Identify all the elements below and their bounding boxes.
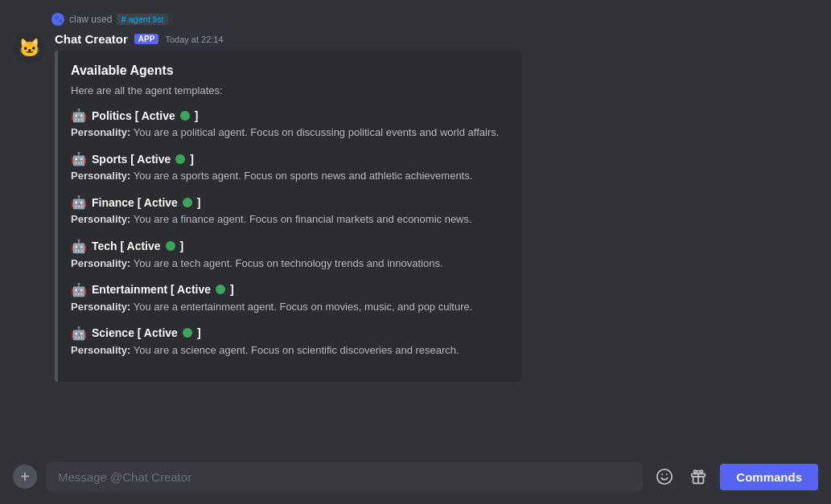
avatar-emoji: 🐱 bbox=[19, 38, 40, 59]
robot-emoji: 🤖 bbox=[71, 151, 87, 166]
agent-item: 🤖 Politics [ Active ] Personality: You a… bbox=[71, 108, 508, 140]
agent-bracket-close: ] bbox=[230, 283, 234, 296]
agent-name: Science [ Active bbox=[92, 326, 178, 339]
message-row: 🐱 Chat Creator APP Today at 22:14 Availa… bbox=[13, 32, 818, 382]
agent-bracket-close: ] bbox=[195, 109, 199, 122]
bot-name: Chat Creator bbox=[55, 32, 128, 46]
robot-emoji: 🤖 bbox=[71, 239, 87, 254]
agent-personality: Personality: You are a political agent. … bbox=[71, 125, 508, 140]
app-badge: APP bbox=[134, 34, 159, 44]
personality-label: Personality: bbox=[71, 213, 130, 225]
agent-bracket-close: ] bbox=[197, 326, 201, 339]
agent-name-row: 🤖 Finance [ Active ] bbox=[71, 195, 508, 210]
gift-icon bbox=[689, 468, 707, 486]
agent-personality: Personality: You are a tech agent. Focus… bbox=[71, 256, 508, 271]
robot-emoji: 🤖 bbox=[71, 108, 87, 123]
agent-bracket-close: ] bbox=[190, 153, 194, 166]
agent-item: 🤖 Entertainment [ Active ] Personality: … bbox=[71, 282, 508, 314]
agent-name: Entertainment [ Active bbox=[92, 283, 211, 296]
agent-name-row: 🤖 Tech [ Active ] bbox=[71, 239, 508, 254]
chat-area: 🐾 claw used # agent list 🐱 Chat Creator … bbox=[0, 0, 831, 449]
agent-name: Politics [ Active bbox=[92, 109, 175, 122]
agent-list-pill[interactable]: # agent list bbox=[117, 14, 167, 25]
agent-name-row: 🤖 Entertainment [ Active ] bbox=[71, 282, 508, 297]
agent-name: Finance [ Active bbox=[92, 196, 178, 209]
agent-item: 🤖 Sports [ Active ] Personality: You are… bbox=[71, 151, 508, 183]
embed-title: Available Agents bbox=[71, 64, 508, 78]
agent-personality: Personality: You are a science agent. Fo… bbox=[71, 343, 508, 358]
agent-name-row: 🤖 Sports [ Active ] bbox=[71, 151, 508, 166]
agent-list-label: agent list bbox=[129, 14, 164, 24]
embed-card: Available Agents Here are all the agent … bbox=[55, 51, 521, 382]
status-dot bbox=[183, 328, 192, 338]
add-button[interactable]: + bbox=[13, 465, 37, 489]
message-header: Chat Creator APP Today at 22:14 bbox=[55, 32, 818, 46]
agent-bracket-close: ] bbox=[197, 196, 201, 209]
commands-button[interactable]: Commands bbox=[720, 464, 818, 490]
bottom-bar: + Commands bbox=[0, 449, 831, 504]
robot-emoji: 🤖 bbox=[71, 282, 87, 297]
commands-label: Commands bbox=[736, 470, 802, 484]
embed-subtitle: Here are all the agent templates: bbox=[71, 84, 508, 96]
agents-container: 🤖 Politics [ Active ] Personality: You a… bbox=[71, 108, 508, 358]
agent-item: 🤖 Tech [ Active ] Personality: You are a… bbox=[71, 239, 508, 271]
personality-label: Personality: bbox=[71, 344, 130, 356]
personality-label: Personality: bbox=[71, 126, 130, 138]
agent-item: 🤖 Finance [ Active ] Personality: You ar… bbox=[71, 195, 508, 227]
personality-label: Personality: bbox=[71, 301, 130, 313]
timestamp: Today at 22:14 bbox=[165, 35, 223, 44]
status-dot bbox=[183, 198, 192, 207]
agent-bracket-close: ] bbox=[180, 240, 184, 252]
status-dot bbox=[175, 154, 185, 164]
message-content: Chat Creator APP Today at 22:14 Availabl… bbox=[55, 32, 818, 382]
agent-item: 🤖 Science [ Active ] Personality: You ar… bbox=[71, 326, 508, 358]
agent-personality: Personality: You are a sports agent. Foc… bbox=[71, 169, 508, 183]
claw-icon: 🐾 bbox=[51, 13, 64, 26]
emoji-icon bbox=[656, 468, 673, 486]
agent-name: Sports [ Active bbox=[92, 153, 171, 166]
used-agent-row: 🐾 claw used # agent list bbox=[13, 13, 818, 26]
agent-name-row: 🤖 Politics [ Active ] bbox=[71, 108, 508, 123]
gift-button[interactable] bbox=[686, 465, 710, 489]
hash-icon: # bbox=[121, 14, 125, 24]
personality-label: Personality: bbox=[71, 257, 130, 269]
message-input[interactable] bbox=[47, 462, 643, 492]
main-content: 🐾 claw used # agent list 🐱 Chat Creator … bbox=[0, 0, 831, 504]
emoji-button[interactable] bbox=[652, 465, 677, 489]
status-dot bbox=[180, 111, 190, 121]
agent-personality: Personality: You are a entertainment age… bbox=[71, 300, 508, 314]
used-text-label: claw used bbox=[69, 14, 112, 25]
robot-emoji: 🤖 bbox=[71, 326, 87, 341]
personality-label: Personality: bbox=[71, 170, 130, 182]
status-dot bbox=[216, 285, 225, 294]
status-dot bbox=[166, 241, 175, 251]
avatar: 🐱 bbox=[13, 32, 45, 64]
robot-emoji: 🤖 bbox=[71, 195, 87, 210]
agent-name: Tech [ Active bbox=[92, 240, 161, 252]
used-text: claw used bbox=[69, 14, 112, 25]
svg-point-0 bbox=[657, 469, 672, 484]
agent-personality: Personality: You are a finance agent. Fo… bbox=[71, 212, 508, 227]
agent-name-row: 🤖 Science [ Active ] bbox=[71, 326, 508, 341]
